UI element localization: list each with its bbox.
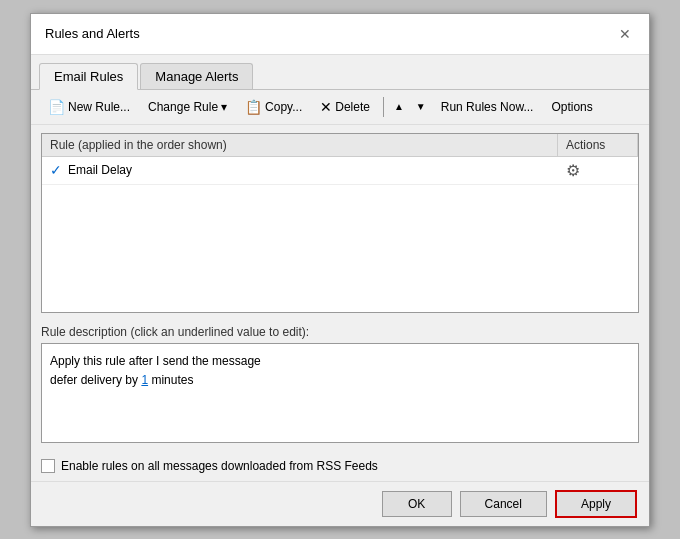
new-rule-label: New Rule... [68, 100, 130, 114]
change-rule-arrow: ▾ [221, 100, 227, 114]
description-line2-prefix: defer delivery by [50, 373, 141, 387]
change-rule-label: Change Rule [148, 100, 218, 114]
rule-name-cell: ✓ Email Delay [42, 156, 558, 184]
ok-button[interactable]: OK [382, 491, 452, 517]
col-rule-header: Rule (applied in the order shown) [42, 134, 558, 157]
footer: OK Cancel Apply [31, 481, 649, 526]
toolbar-separator [383, 97, 384, 117]
rules-and-alerts-dialog: Rules and Alerts ✕ Email Rules Manage Al… [30, 13, 650, 527]
copy-icon: 📋 [245, 100, 262, 114]
tab-email-rules[interactable]: Email Rules [39, 63, 138, 90]
table-row[interactable]: ✓ Email Delay ⚙ [42, 156, 638, 184]
new-rule-icon: 📄 [48, 100, 65, 114]
description-line1: Apply this rule after I send the message [50, 354, 261, 368]
tabs-container: Email Rules Manage Alerts [31, 55, 649, 90]
options-button[interactable]: Options [544, 96, 599, 118]
description-box: Apply this rule after I send the message… [41, 343, 639, 443]
delete-label: Delete [335, 100, 370, 114]
tab-manage-alerts[interactable]: Manage Alerts [140, 63, 253, 89]
cancel-button[interactable]: Cancel [460, 491, 547, 517]
rss-label: Enable rules on all messages downloaded … [61, 459, 378, 473]
options-label: Options [551, 100, 592, 114]
close-button[interactable]: ✕ [613, 22, 637, 46]
rules-table: Rule (applied in the order shown) Action… [42, 134, 638, 185]
new-rule-button[interactable]: 📄 New Rule... [41, 96, 137, 118]
col-actions-header: Actions [558, 134, 638, 157]
description-line2-suffix: minutes [148, 373, 193, 387]
rule-name: Email Delay [68, 163, 132, 177]
copy-button[interactable]: 📋 Copy... [238, 96, 309, 118]
rule-checkbox[interactable]: ✓ [50, 162, 62, 178]
toolbar: 📄 New Rule... Change Rule ▾ 📋 Copy... ✕ … [31, 90, 649, 125]
rules-table-container[interactable]: Rule (applied in the order shown) Action… [41, 133, 639, 313]
run-rules-label: Run Rules Now... [441, 100, 534, 114]
move-up-button[interactable]: ▲ [390, 98, 408, 115]
rss-checkbox[interactable] [41, 459, 55, 473]
delete-button[interactable]: ✕ Delete [313, 96, 377, 118]
actions-icon: ⚙ [566, 162, 580, 179]
delete-icon: ✕ [320, 100, 332, 114]
description-label: Rule description (click an underlined va… [41, 325, 639, 339]
dialog-title: Rules and Alerts [45, 26, 140, 41]
copy-label: Copy... [265, 100, 302, 114]
title-bar: Rules and Alerts ✕ [31, 14, 649, 55]
change-rule-button[interactable]: Change Rule ▾ [141, 96, 234, 118]
main-content: Rule (applied in the order shown) Action… [31, 125, 649, 451]
rss-row: Enable rules on all messages downloaded … [31, 451, 649, 481]
rule-actions-cell: ⚙ [558, 156, 638, 184]
run-rules-button[interactable]: Run Rules Now... [434, 96, 541, 118]
apply-button[interactable]: Apply [555, 490, 637, 518]
move-down-button[interactable]: ▼ [412, 98, 430, 115]
